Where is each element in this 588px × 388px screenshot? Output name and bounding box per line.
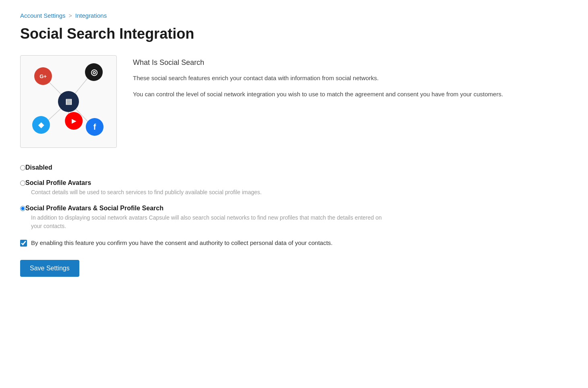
social-profile-avatars-block: Social Profile Avatars Contact details w… [20,179,568,197]
disabled-radio-row: Disabled [20,164,568,171]
breadcrumb-integrations: Integrations [75,12,107,19]
consent-checkbox-option: By enabling this feature you confirm you… [20,239,568,248]
options-section: Disabled Social Profile Avatars Contact … [20,164,568,277]
social-profile-and-search-block: Social Profile Avatars & Social Profile … [20,205,568,230]
disabled-option-block: Disabled [20,164,568,171]
center-node-icon: ▤ [58,91,79,112]
disabled-radio[interactable] [20,165,25,170]
facebook-icon: f [86,118,104,136]
youtube-icon: ▶ [65,112,83,130]
social-profile-and-search-label[interactable]: Social Profile Avatars & Social Profile … [25,205,164,212]
github-icon: ◎ [85,63,103,81]
twitter-icon: ◆ [32,116,50,134]
google-plus-icon: G+ [34,67,52,85]
info-paragraph-1: These social search features enrich your… [133,73,568,83]
breadcrumb-account-settings-link[interactable]: Account Settings [20,12,66,19]
social-profile-avatars-radio[interactable] [20,181,25,186]
social-network-illustration: ▤ G+ ◎ ◆ ▶ f [20,55,117,148]
social-profile-and-search-description: In addition to displaying social network… [31,214,393,230]
disabled-label[interactable]: Disabled [25,164,52,171]
social-profile-avatars-label[interactable]: Social Profile Avatars [25,179,91,187]
description-section: What Is Social Search These social searc… [133,55,568,148]
page-title: Social Search Integration [20,25,568,42]
info-section: ▤ G+ ◎ ◆ ▶ f What Is Soc [20,55,568,148]
info-section-title: What Is Social Search [133,58,568,67]
social-profile-and-search-radio-row: Social Profile Avatars & Social Profile … [20,205,568,212]
social-profile-avatars-description: Contact details will be used to search s… [31,188,393,197]
social-profile-and-search-radio[interactable] [20,206,25,211]
social-profile-avatars-radio-row: Social Profile Avatars [20,179,568,187]
consent-checkbox-label[interactable]: By enabling this feature you confirm you… [31,239,333,248]
network-diagram: ▤ G+ ◎ ◆ ▶ f [30,63,107,140]
breadcrumb: Account Settings > Integrations [20,12,568,19]
consent-checkbox[interactable] [20,240,27,247]
breadcrumb-separator: > [69,12,72,19]
info-paragraph-2: You can control the level of social netw… [133,89,568,99]
save-settings-button[interactable]: Save Settings [20,260,79,277]
